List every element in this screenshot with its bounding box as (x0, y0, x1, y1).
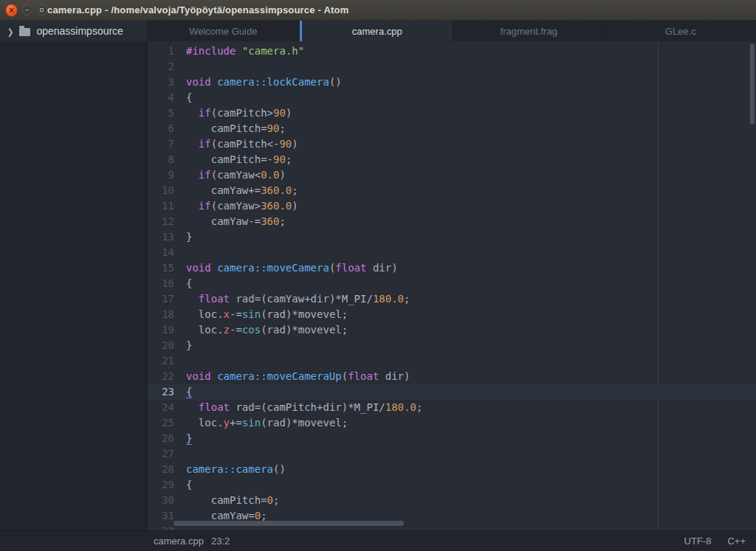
code-line-1[interactable]: 1#include "camera.h" (148, 44, 756, 59)
code-line-23[interactable]: 23{ (148, 384, 756, 400)
code-line-27[interactable]: 27 (148, 446, 756, 462)
code-line-18[interactable]: 18 loc.x-=sin(rad)*movevel; (148, 307, 756, 322)
project-folder-label: openassimpsource (36, 25, 123, 37)
code-line-28[interactable]: 28camera::camera() (148, 462, 756, 477)
code-line-10[interactable]: 10 camYaw+=360.0; (148, 183, 756, 198)
line-number[interactable]: 3 (148, 74, 174, 90)
code-token: sin (242, 308, 261, 320)
editor[interactable]: 1#include "camera.h"23void camera::lockC… (148, 41, 756, 530)
code-text: camPitch=0; (186, 493, 279, 508)
code-token: 360.0 (261, 184, 292, 196)
sidebar-item-project-root[interactable]: ❯ openassimpsource (0, 21, 147, 41)
tab-label: camera.cpp (352, 26, 402, 37)
code-token: 360.0 (261, 200, 292, 212)
code-line-17[interactable]: 17 float rad=(camYaw+dir)*M_PI/180.0; (148, 291, 756, 307)
code-line-2[interactable]: 2 (148, 59, 756, 74)
line-number[interactable]: 18 (148, 307, 174, 322)
code-line-13[interactable]: 13} (148, 229, 756, 245)
code-text: void camera::lockCamera() (186, 74, 342, 90)
line-number[interactable]: 27 (148, 446, 174, 462)
code-line-22[interactable]: 22void camera::moveCameraUp(float dir) (148, 369, 756, 384)
line-number[interactable]: 4 (148, 90, 174, 105)
line-number[interactable]: 17 (148, 291, 174, 307)
code-token: void (186, 370, 211, 382)
folder-icon (19, 28, 30, 36)
line-number[interactable]: 20 (148, 338, 174, 353)
line-number[interactable]: 8 (148, 152, 174, 167)
line-number[interactable]: 19 (148, 322, 174, 338)
tab-welcome-guide[interactable]: Welcome Guide (148, 21, 300, 41)
code-token: (camYaw> (211, 200, 261, 212)
code-line-26[interactable]: 26} (148, 431, 756, 446)
line-number[interactable]: 23 (148, 384, 174, 400)
line-number[interactable]: 21 (148, 353, 174, 369)
code-line-20[interactable]: 20} (148, 338, 756, 353)
tab-fragment-frag[interactable]: fragment.frag (453, 21, 605, 41)
line-number[interactable]: 29 (148, 477, 174, 493)
code-line-25[interactable]: 25 loc.y+=sin(rad)*movevel; (148, 415, 756, 431)
code-token: ; (273, 494, 279, 506)
code-line-16[interactable]: 16{ (148, 276, 756, 291)
code-token: ; (404, 293, 410, 305)
tab-glee-c[interactable]: GLee.c (605, 21, 756, 41)
line-number[interactable]: 26 (148, 431, 174, 446)
line-number[interactable]: 6 (148, 121, 174, 136)
line-number[interactable]: 11 (148, 198, 174, 214)
tab-label: fragment.frag (501, 26, 557, 37)
code-line-14[interactable]: 14 (148, 245, 756, 260)
code-line-15[interactable]: 15void camera::moveCamera(float dir) (148, 260, 756, 276)
code-line-24[interactable]: 24 float rad=(camPitch+dir)*M_PI/180.0; (148, 400, 756, 415)
line-number[interactable]: 31 (148, 508, 174, 524)
status-file-name[interactable]: camera.cpp (154, 536, 204, 547)
code-line-30[interactable]: 30 camPitch=0; (148, 493, 756, 508)
code-token (211, 76, 217, 88)
code-line-11[interactable]: 11 if(camYaw>360.0) (148, 198, 756, 214)
line-number[interactable]: 1 (148, 44, 174, 59)
line-number[interactable]: 28 (148, 462, 174, 477)
code-line-6[interactable]: 6 camPitch=90; (148, 121, 756, 136)
tab-camera-cpp[interactable]: camera.cpp (300, 21, 454, 41)
code-text: loc.z-=cos(rad)*movevel; (186, 322, 348, 338)
minimize-button[interactable]: − (22, 4, 32, 15)
line-number[interactable]: 10 (148, 183, 174, 198)
code-line-19[interactable]: 19 loc.z-=cos(rad)*movevel; (148, 322, 756, 338)
code-token (186, 293, 199, 305)
code-text: #include "camera.h" (186, 44, 304, 59)
line-number[interactable]: 32 (148, 524, 174, 530)
editor-pane: Welcome Guidecamera.cppfragment.fragGLee… (148, 21, 756, 530)
line-number[interactable]: 16 (148, 276, 174, 291)
line-number[interactable]: 5 (148, 105, 174, 121)
code-line-7[interactable]: 7 if(camPitch<-90) (148, 136, 756, 152)
code-line-4[interactable]: 4{ (148, 90, 756, 105)
line-number[interactable]: 14 (148, 245, 174, 260)
line-number[interactable]: 25 (148, 415, 174, 431)
status-encoding[interactable]: UTF-8 (684, 536, 712, 547)
horizontal-scrollbar-thumb[interactable] (173, 521, 404, 526)
code-token: ; (261, 510, 267, 521)
status-cursor-position[interactable]: 23:2 (211, 536, 230, 547)
tree-view: ❯ openassimpsource (0, 21, 148, 530)
code-token: ) (279, 169, 285, 181)
line-number[interactable]: 30 (148, 493, 174, 508)
line-number[interactable]: 12 (148, 214, 174, 229)
line-number[interactable]: 2 (148, 59, 174, 74)
line-number[interactable]: 22 (148, 369, 174, 384)
maximize-button[interactable] (37, 4, 47, 15)
code-line-9[interactable]: 9 if(camYaw<0.0) (148, 167, 756, 183)
line-number[interactable]: 9 (148, 167, 174, 183)
code-line-21[interactable]: 21 (148, 353, 756, 369)
line-number[interactable]: 7 (148, 136, 174, 152)
code-line-29[interactable]: 29{ (148, 477, 756, 493)
status-language[interactable]: C++ (727, 536, 746, 547)
vertical-scrollbar-thumb[interactable] (750, 44, 755, 125)
line-number[interactable]: 13 (148, 229, 174, 245)
line-number[interactable]: 24 (148, 400, 174, 415)
code-line-8[interactable]: 8 camPitch=-90; (148, 152, 756, 167)
code-token: camera::moveCameraUp (217, 370, 342, 382)
code-line-3[interactable]: 3void camera::lockCamera() (148, 74, 756, 90)
code-line-12[interactable]: 12 camYaw-=360; (148, 214, 756, 229)
code-line-5[interactable]: 5 if(camPitch>90) (148, 105, 756, 121)
code-token: { (186, 386, 192, 398)
close-button[interactable]: × (5, 4, 18, 17)
line-number[interactable]: 15 (148, 260, 174, 276)
